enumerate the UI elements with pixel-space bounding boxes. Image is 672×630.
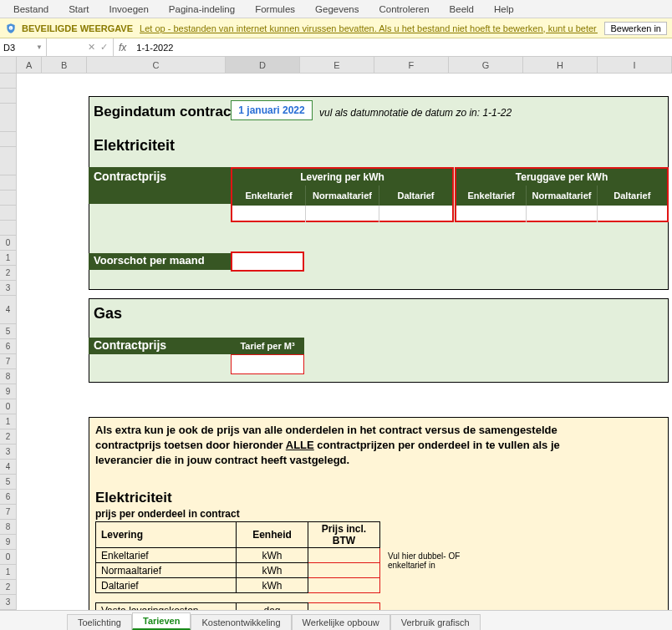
elektriciteit-extra-header: Elektriciteit: [95, 490, 172, 506]
teruggave-group: Teruggave per kWh Enkeltarief Normaaltar…: [455, 167, 669, 222]
teruggave-enkeltarief-input[interactable]: [456, 206, 527, 222]
row-header[interactable]: 7: [0, 354, 16, 369]
chevron-down-icon[interactable]: ▼: [36, 43, 43, 51]
th-prijs: Prijs incl. BTW: [308, 522, 380, 548]
sheet-tab[interactable]: Toelichting: [67, 614, 132, 630]
menu-item[interactable]: Start: [59, 4, 99, 14]
name-box-value: D3: [3, 43, 15, 53]
row-header[interactable]: [0, 74, 16, 89]
begindatum-input[interactable]: 1 januari 2022: [231, 100, 313, 120]
protected-view-banner: i BEVEILIGDE WEERGAVE Let op - bestanden…: [0, 18, 672, 38]
column-header[interactable]: A: [17, 57, 43, 73]
menu-item[interactable]: Bestand: [3, 4, 59, 14]
normaaltarief-prijs-input[interactable]: [308, 563, 380, 578]
levering-enkeltarief-input[interactable]: [232, 206, 306, 222]
column-header[interactable]: C: [87, 57, 226, 73]
row-header[interactable]: 6: [0, 490, 16, 505]
worksheet-area[interactable]: Begindatum contract 1 januari 2022 vul a…: [17, 74, 672, 611]
formula-input[interactable]: 1-1-2022: [131, 38, 672, 56]
column-header[interactable]: H: [523, 57, 598, 73]
row-header[interactable]: 0: [0, 236, 16, 251]
sheet-tab[interactable]: Tarieven: [132, 612, 191, 630]
fx-icon[interactable]: fx: [114, 38, 131, 56]
row-header[interactable]: 2: [0, 429, 16, 445]
menu-item[interactable]: Formules: [245, 4, 305, 14]
row-header[interactable]: 4: [0, 460, 16, 475]
row-label: Normaaltarief: [96, 563, 237, 578]
column-header[interactable]: E: [300, 57, 374, 73]
levering-group: Levering per kWh Enkeltarief Normaaltari…: [231, 167, 454, 222]
row-header[interactable]: 5: [0, 475, 16, 490]
row-header[interactable]: 4: [0, 296, 16, 324]
col-daltarief: Daltarief: [598, 185, 667, 206]
confirm-icon[interactable]: ✓: [100, 42, 108, 53]
name-box[interactable]: D3 ▼: [0, 38, 47, 56]
menu-item[interactable]: Gegevens: [305, 4, 369, 14]
row-header[interactable]: 2: [0, 266, 16, 281]
begindatum-label: Begindatum contract: [94, 104, 236, 120]
row-header[interactable]: [0, 221, 16, 236]
row-header[interactable]: [0, 175, 16, 191]
row-header[interactable]: 7: [0, 505, 16, 520]
gas-tarief-input[interactable]: [231, 354, 304, 374]
levering-normaaltarief-input[interactable]: [306, 206, 379, 222]
row-header[interactable]: 8: [0, 520, 16, 535]
cancel-icon[interactable]: ✕: [88, 42, 95, 53]
menu-bar: Bestand Start Invoegen Pagina-indeling F…: [0, 0, 672, 18]
row-header[interactable]: [0, 104, 16, 132]
menu-item[interactable]: Controleren: [369, 4, 440, 14]
col-enkeltarief: Enkeltarief: [456, 185, 527, 206]
enable-editing-button[interactable]: Bewerken in: [604, 22, 667, 35]
datum-hint: vul als datumnotatie de datum zo in: 1-1…: [319, 107, 512, 119]
voorschot-input[interactable]: [231, 251, 304, 272]
col-normaaltarief: Normaaltarief: [306, 185, 379, 206]
elektriciteit-header: Elektriciteit: [94, 137, 175, 155]
row-header[interactable]: 9: [0, 535, 16, 550]
teruggave-header: Teruggave per kWh: [456, 169, 667, 185]
select-all-corner[interactable]: [0, 57, 17, 73]
sheet-tab[interactable]: Verbruik grafisch: [390, 614, 481, 630]
menu-item[interactable]: Beeld: [440, 4, 484, 14]
col-enkeltarief: Enkeltarief: [232, 185, 306, 206]
levering-table: Levering Eenheid Prijs incl. BTW Enkelta…: [95, 521, 380, 611]
column-header[interactable]: G: [449, 57, 523, 73]
row-header[interactable]: [0, 89, 16, 104]
sheet-tabs: Toelichting Tarieven Kostenontwikkeling …: [0, 610, 672, 630]
menu-item[interactable]: Pagina-indeling: [159, 4, 245, 14]
row-header[interactable]: 0: [0, 399, 16, 414]
protected-title: BEVEILIGDE WEERGAVE: [22, 23, 133, 33]
menu-item[interactable]: Help: [484, 4, 524, 14]
row-header[interactable]: 8: [0, 369, 16, 384]
levering-daltarief-input[interactable]: [379, 206, 452, 222]
column-header[interactable]: I: [598, 57, 672, 73]
row-header[interactable]: [0, 132, 16, 147]
column-header[interactable]: F: [374, 57, 449, 73]
row-header[interactable]: 1: [0, 251, 16, 266]
tarief-m3-label: Tarief per M³: [231, 338, 304, 354]
row-header[interactable]: 9: [0, 384, 16, 399]
daltarief-prijs-input[interactable]: [308, 578, 380, 593]
row-header[interactable]: 1: [0, 414, 16, 429]
row-header[interactable]: 2: [0, 580, 16, 595]
menu-item[interactable]: Invoegen: [99, 4, 159, 14]
row-header[interactable]: 3: [0, 281, 16, 296]
row-header[interactable]: 1: [0, 565, 16, 580]
column-header[interactable]: B: [42, 57, 86, 73]
teruggave-normaaltarief-input[interactable]: [527, 206, 597, 222]
row-header[interactable]: 6: [0, 339, 16, 354]
row-label: Daltarief: [96, 578, 237, 593]
teruggave-daltarief-input[interactable]: [598, 206, 667, 222]
row-header[interactable]: [0, 206, 16, 221]
th-levering: Levering: [96, 522, 237, 548]
row-header[interactable]: 5: [0, 324, 16, 339]
shield-icon: i: [5, 23, 17, 34]
column-header[interactable]: D: [226, 57, 300, 73]
row-header[interactable]: 3: [0, 595, 16, 610]
sheet-tab[interactable]: Werkelijke opbouw: [292, 614, 390, 630]
row-header[interactable]: [0, 147, 16, 175]
enkeltarief-prijs-input[interactable]: [308, 548, 380, 563]
row-header[interactable]: 3: [0, 445, 16, 460]
row-header[interactable]: 0: [0, 550, 16, 565]
row-header[interactable]: [0, 191, 16, 206]
sheet-tab[interactable]: Kostenontwikkeling: [191, 614, 291, 630]
